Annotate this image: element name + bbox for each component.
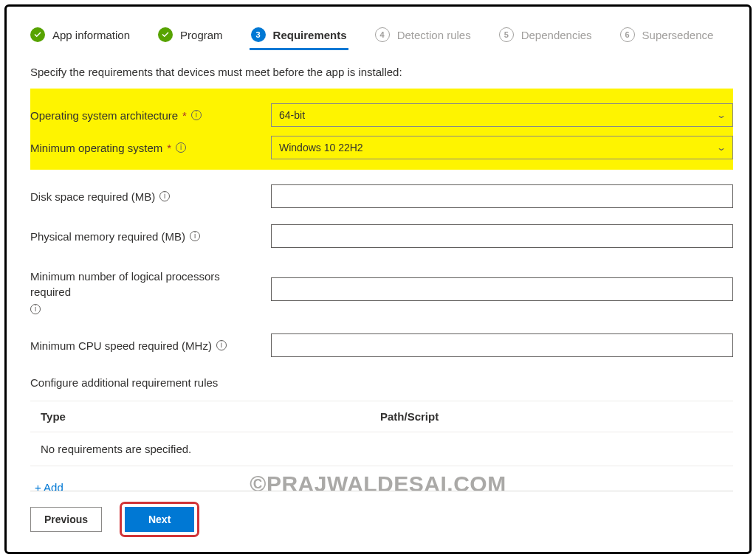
info-icon[interactable]: i — [159, 191, 170, 201]
step-requirements[interactable]: 3 Requirements — [251, 27, 347, 49]
info-icon[interactable]: i — [190, 231, 200, 241]
step-number-icon: 5 — [499, 27, 514, 42]
rules-heading: Configure additional requirement rules — [30, 376, 733, 389]
step-detection-rules[interactable]: 4 Detection rules — [375, 27, 471, 49]
wizard-footer: Previous Next — [30, 491, 733, 537]
label-text: Operating system architecture — [30, 109, 178, 122]
step-label: Requirements — [273, 29, 347, 41]
logical-processors-input[interactable] — [271, 277, 733, 301]
check-icon — [30, 27, 45, 42]
field-disk-space: Disk space required (MB) i — [30, 180, 733, 212]
step-app-information[interactable]: App information — [30, 27, 130, 49]
info-icon[interactable]: i — [216, 340, 227, 350]
field-physical-memory: Physical memory required (MB) i — [30, 220, 733, 252]
cpu-speed-input[interactable] — [271, 333, 733, 357]
previous-button[interactable]: Previous — [30, 507, 102, 532]
highlighted-requirements: Operating system architecture * i 64-bit… — [30, 89, 733, 170]
requirement-rules-table: Type Path/Script No requirements are spe… — [30, 401, 733, 466]
step-label: Detection rules — [397, 29, 471, 41]
step-number-icon: 6 — [620, 27, 635, 42]
step-number-icon: 4 — [375, 27, 390, 42]
intro-text: Specify the requirements that devices mu… — [30, 66, 733, 78]
step-number-icon: 3 — [251, 27, 266, 42]
step-label: App information — [52, 29, 130, 41]
minimum-os-dropdown[interactable]: Windows 10 22H2 ⌄ — [271, 136, 733, 159]
label-text: Physical memory required (MB) — [30, 230, 185, 243]
next-button-highlight: Next — [120, 502, 199, 537]
disk-space-input[interactable] — [271, 184, 733, 208]
label-text: Minimum number of logical processors req… — [30, 269, 262, 300]
required-mark: * — [167, 142, 171, 154]
field-logical-processors: Minimum number of logical processors req… — [30, 260, 733, 319]
info-icon[interactable]: i — [176, 142, 186, 153]
col-header-path: Path/Script — [380, 410, 723, 423]
label-text: Minimum operating system — [30, 142, 162, 154]
field-os-architecture: Operating system architecture * i 64-bit… — [30, 99, 733, 131]
next-button[interactable]: Next — [125, 507, 194, 532]
info-icon[interactable]: i — [30, 304, 41, 314]
step-program[interactable]: Program — [158, 27, 223, 49]
col-header-type: Type — [41, 410, 380, 423]
os-architecture-dropdown[interactable]: 64-bit ⌄ — [271, 103, 733, 127]
field-minimum-os: Minimum operating system * i Windows 10 … — [30, 131, 733, 164]
step-dependencies[interactable]: 5 Dependencies — [499, 27, 592, 49]
physical-memory-input[interactable] — [271, 224, 733, 248]
label-text: Minimum CPU speed required (MHz) — [30, 339, 212, 352]
check-icon — [158, 27, 173, 42]
field-cpu-speed: Minimum CPU speed required (MHz) i — [30, 329, 733, 362]
table-header: Type Path/Script — [30, 401, 733, 432]
step-label: Program — [180, 29, 223, 41]
step-label: Supersedence — [642, 29, 714, 41]
table-empty-row: No requirements are specified. — [30, 432, 733, 466]
info-icon[interactable]: i — [191, 110, 202, 120]
dropdown-value: Windows 10 22H2 — [279, 142, 363, 153]
dropdown-value: 64-bit — [279, 109, 305, 121]
step-label: Dependencies — [521, 29, 592, 41]
label-text: Disk space required (MB) — [30, 190, 155, 203]
wizard-steps: App information Program 3 Requirements 4… — [30, 27, 733, 49]
chevron-down-icon: ⌄ — [716, 110, 726, 120]
required-mark: * — [182, 109, 187, 122]
chevron-down-icon: ⌄ — [716, 142, 726, 153]
step-supersedence[interactable]: 6 Supersedence — [620, 27, 714, 49]
